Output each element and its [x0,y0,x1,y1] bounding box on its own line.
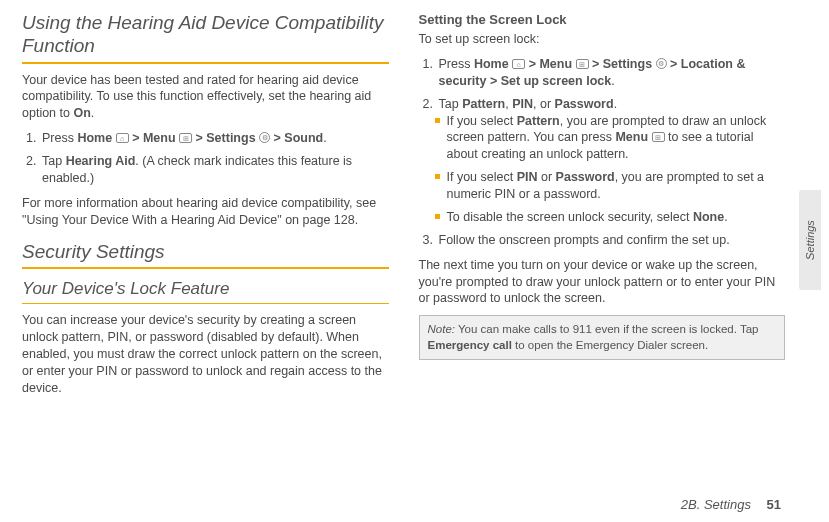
bullet-pattern: If you select Pattern, you are prompted … [435,113,786,164]
pin-label: PIN [517,170,538,184]
rule [22,267,389,269]
bullet-none: To disable the screen unlock security, s… [435,209,786,226]
bullet-pin-password: If you select PIN or Password, you are p… [435,169,786,203]
gt: > [525,57,539,71]
step-number: 3. [423,232,433,249]
step-2-bullets: If you select Pattern, you are prompted … [435,113,786,226]
hearing-aid-intro: Your device has been tested and rated fo… [22,72,389,123]
hearing-aid-more-info: For more information about hearing aid d… [22,195,389,229]
page-number: 51 [767,497,781,512]
text: . [724,210,727,224]
pin-label: PIN [512,97,533,111]
left-column: Using the Hearing Aid Device Compatibili… [22,12,389,405]
menu-label: Menu [143,131,176,145]
sound-label: Sound [284,131,323,145]
note-box: Note: You can make calls to 911 even if … [419,315,786,360]
text: If you select [447,114,517,128]
text: . [611,74,614,88]
setup-screen-lock-label: Set up screen lock [501,74,611,88]
hearing-aid-heading: Using the Hearing Aid Device Compatibili… [22,12,389,58]
step-1: 1. Press Home ⌂ > Menu ⊞ > Settings ⚙ > … [22,130,389,147]
settings-label: Settings [206,131,255,145]
step-2: 2. Tap Hearing Aid. (A check mark indica… [22,153,389,187]
gt: > [667,57,681,71]
chapter-label: 2B. Settings [681,497,751,512]
hearing-aid-steps: 1. Press Home ⌂ > Menu ⊞ > Settings ⚙ > … [22,130,389,187]
step-3: 3. Follow the onscreen prompts and confi… [419,232,786,249]
gt: > [589,57,603,71]
gt: > [486,74,500,88]
page-footer: 2B. Settings 51 [681,497,781,512]
gt: > [129,131,143,145]
home-label: Home [77,131,112,145]
emergency-call-label: Emergency call [428,339,512,351]
menu-label: Menu [615,130,648,144]
screen-lock-next-time: The next time you turn on your device or… [419,257,786,308]
settings-label: Settings [603,57,652,71]
note-label: Note: [428,323,456,335]
gt: > [270,131,284,145]
settings-icon: ⚙ [656,58,667,69]
gt: > [192,131,206,145]
text: To disable the screen unlock security, s… [447,210,693,224]
page-columns: Using the Hearing Aid Device Compatibili… [22,12,785,405]
step-number: 2. [423,96,433,113]
screen-lock-steps: 1. Press Home ⌂ > Menu ⊞ > Settings ⚙ > … [419,56,786,249]
rule-thin [22,303,389,304]
right-column: Setting the Screen Lock To set up screen… [419,12,786,405]
menu-icon: ⊞ [179,133,192,143]
home-icon: ⌂ [116,133,129,143]
pattern-label: Pattern [462,97,505,111]
text: or [538,170,556,184]
text: . [614,97,617,111]
text: Tap [439,97,463,111]
text: Press [439,57,474,71]
text: If you select [447,170,517,184]
text: Tap [42,154,66,168]
screen-lock-heading: Setting the Screen Lock [419,12,786,27]
lock-feature-heading: Your Device's Lock Feature [22,279,389,299]
text: Press [42,131,77,145]
rule [22,62,389,64]
side-tab: Settings [799,190,821,290]
step-number: 1. [26,130,36,147]
step-1: 1. Press Home ⌂ > Menu ⊞ > Settings ⚙ > … [419,56,786,90]
hearing-aid-label: Hearing Aid [66,154,136,168]
step-2: 2. Tap Pattern, PIN, or Password. If you… [419,96,786,226]
lock-feature-body: You can increase your device's security … [22,312,389,396]
password-label: Password [556,170,615,184]
text: . [91,106,94,120]
step-number: 2. [26,153,36,170]
text: to open the Emergency Dialer screen. [512,339,708,351]
side-tab-label: Settings [804,220,816,260]
none-label: None [693,210,724,224]
home-icon: ⌂ [512,59,525,69]
text: Follow the onscreen prompts and confirm … [439,233,730,247]
text: . [323,131,326,145]
menu-icon: ⊞ [576,59,589,69]
settings-icon: ⚙ [259,132,270,143]
home-label: Home [474,57,509,71]
on-keyword: On [73,106,90,120]
step-number: 1. [423,56,433,73]
screen-lock-intro: To set up screen lock: [419,31,786,48]
menu-label: Menu [539,57,572,71]
pattern-label: Pattern [517,114,560,128]
password-label: Password [555,97,614,111]
menu-icon: ⊞ [652,132,665,142]
text: , or [533,97,555,111]
security-settings-heading: Security Settings [22,241,389,264]
text: You can make calls to 911 even if the sc… [455,323,758,335]
